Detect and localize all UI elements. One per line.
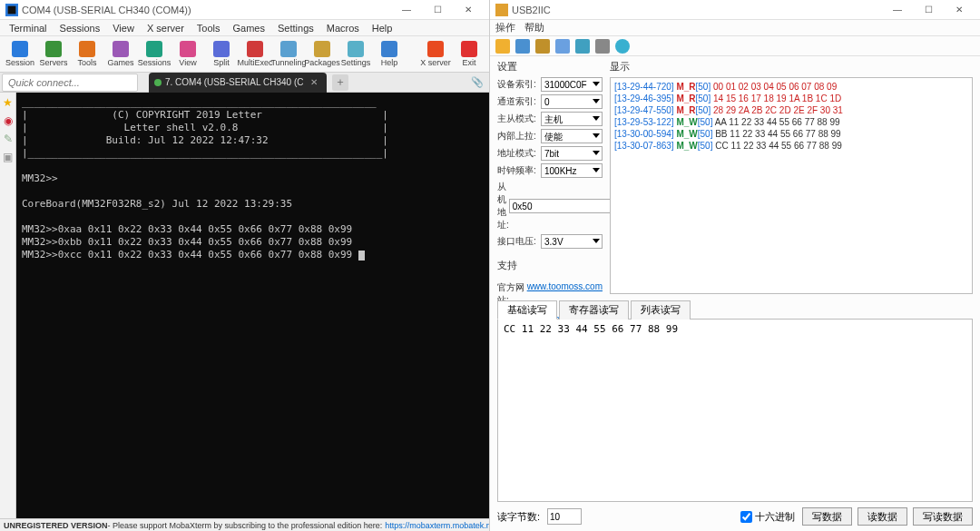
moba-minimize[interactable]: — [391, 0, 422, 20]
open-icon[interactable] [495, 39, 510, 54]
setting-label: 主从模式: [497, 113, 541, 125]
tab-status-dot [154, 79, 162, 86]
new-tab-button[interactable]: ＋ [332, 74, 348, 91]
usb2iic-window: USB2IIC — ☐ ✕ 操作帮助 设置 设备索引:31000C0F通道索引:… [490, 0, 980, 531]
svg-rect-2 [495, 4, 508, 16]
tab-label: 7. COM4 (USB-SERIAL CH340 (C [165, 77, 303, 87]
action-button[interactable]: 写读数据 [913, 507, 973, 526]
setting-row: 内部上拉:使能 [497, 129, 603, 143]
menu-tools[interactable]: Tools [191, 22, 226, 34]
moba-app-icon [5, 4, 18, 16]
tbtn-servers[interactable]: Servers [37, 38, 70, 71]
rw-tab[interactable]: 寄存器读写 [559, 300, 629, 320]
hex-checkbox[interactable] [740, 511, 752, 523]
menu-games[interactable]: Games [228, 22, 270, 34]
doc-icon[interactable] [595, 39, 610, 54]
usb-title: USB2IIC [512, 5, 882, 15]
help-icon [381, 41, 397, 57]
bytes-label: 读字节数: [497, 510, 540, 524]
menu-macros[interactable]: Macros [321, 22, 365, 34]
tbtn-exit[interactable]: Exit [453, 38, 485, 71]
usb-close[interactable]: ✕ [944, 0, 975, 20]
tbtn-packages[interactable]: Packages [306, 38, 338, 71]
usb-minimize[interactable]: — [882, 0, 913, 20]
usb-maximize[interactable]: ☐ [913, 0, 944, 20]
x server-icon [427, 41, 444, 57]
menu-settings[interactable]: Settings [272, 22, 319, 34]
usb-menu-item[interactable]: 帮助 [524, 21, 544, 34]
log-line: [13-29-47-550] M_R[50] 28 29 2A 2B 2C 2D… [614, 104, 968, 116]
tbtn-session[interactable]: Session [4, 38, 36, 71]
tbtn-tunneling[interactable]: Tunneling [272, 38, 305, 71]
log-line: [13-29-44-720] M_R[50] 00 01 02 03 04 05… [614, 81, 968, 93]
menu-help[interactable]: Help [367, 22, 398, 34]
menu-x-server[interactable]: X server [142, 22, 190, 34]
split-icon [213, 41, 230, 57]
tbtn-games[interactable]: Games [104, 38, 137, 71]
tbtn-split[interactable]: Split [205, 38, 238, 71]
tab-close-icon[interactable]: ✕ [310, 77, 318, 87]
data-box[interactable]: CC 11 22 33 44 55 66 77 88 99 [497, 320, 973, 502]
setting-input[interactable]: 3.3V [541, 234, 603, 249]
setting-row: 接口电压:3.3V [497, 234, 603, 249]
bytes-input[interactable] [547, 508, 582, 525]
action-button[interactable]: 写数据 [802, 507, 852, 526]
settings-group-label: 设置 [497, 60, 603, 74]
setting-input[interactable]: 主机 [541, 112, 603, 126]
terminal-output[interactable]: ________________________________________… [16, 93, 489, 518]
refresh-icon[interactable] [575, 39, 590, 54]
tbtn-sessions[interactable]: Sessions [138, 38, 171, 71]
setting-row: 设备索引:31000C0F [497, 77, 603, 92]
tbtn-tools[interactable]: Tools [71, 38, 103, 71]
rw-tab[interactable]: 基础读写 [497, 300, 557, 320]
tool-icon[interactable]: ✎ [2, 133, 15, 145]
settings-icon [348, 41, 364, 57]
setting-input[interactable]: 0 [541, 94, 603, 109]
setting-label: 地址模式: [497, 147, 541, 160]
bottom-row: 读字节数: 十六进制 写数据读数据写读数据 [497, 507, 973, 526]
quick-connect-input[interactable] [2, 74, 138, 92]
exit-icon [461, 41, 477, 57]
tbtn-settings[interactable]: Settings [339, 38, 372, 71]
macro-icon[interactable]: ▣ [2, 151, 15, 163]
help-icon[interactable] [615, 39, 630, 54]
menu-sessions[interactable]: Sessions [54, 22, 106, 34]
setting-input[interactable]: 使能 [541, 129, 603, 143]
footer-unreg: UNREGISTERED VERSION [4, 521, 108, 530]
log-box[interactable]: [13-29-44-720] M_R[50] 00 01 02 03 04 05… [610, 77, 973, 294]
footer-link[interactable]: https://mobaxterm.mobatek.net [385, 521, 489, 530]
find-icon[interactable] [555, 39, 570, 54]
menu-terminal[interactable]: Terminal [4, 22, 53, 34]
brush-icon[interactable] [535, 39, 550, 54]
tools-icon [79, 41, 95, 57]
tbtn-help[interactable]: Help [373, 38, 406, 71]
setting-row: 地址模式:7bit [497, 146, 603, 161]
tbtn-view[interactable]: View [172, 38, 204, 71]
settings-panel: 设置 设备索引:31000C0F通道索引:0主从模式:主机内部上拉:使能地址模式… [497, 60, 603, 294]
setting-row: 主从模式:主机 [497, 112, 603, 126]
hex-checkbox-label[interactable]: 十六进制 [740, 510, 795, 524]
setting-input[interactable]: 31000C0F [541, 77, 603, 92]
globe-icon[interactable]: ◉ [2, 114, 15, 127]
action-button[interactable]: 读数据 [858, 507, 907, 526]
rw-tab[interactable]: 列表读写 [631, 300, 691, 320]
save-icon[interactable] [515, 39, 530, 54]
star-icon[interactable]: ★ [2, 96, 15, 109]
setting-input[interactable]: 7bit [541, 146, 603, 161]
support-group-label: 支持 [497, 259, 603, 272]
footer-text: - Please support MobaXterm by subscribin… [108, 521, 383, 530]
log-line: [13-29-53-122] M_W[50] AA 11 22 33 44 55… [614, 116, 968, 128]
terminal-tab[interactable]: 7. COM4 (USB-SERIAL CH340 (C ✕ [149, 73, 327, 93]
side-icon-strip: ★ ◉ ✎ ▣ [0, 93, 16, 518]
tbtn-x server[interactable]: X server [419, 38, 452, 71]
moba-close[interactable]: ✕ [453, 0, 484, 20]
moba-maximize[interactable]: ☐ [422, 0, 453, 20]
display-group-label: 显示 [610, 60, 973, 74]
setting-row: 通道索引:0 [497, 94, 603, 109]
usb-app-icon [495, 4, 508, 16]
setting-input[interactable]: 100KHz [541, 163, 603, 178]
tbtn-multiexec[interactable]: MultiExec [239, 38, 271, 71]
usb-menu-item[interactable]: 操作 [495, 21, 515, 34]
menu-view[interactable]: View [107, 22, 140, 34]
paperclip-icon[interactable]: 📎 [471, 76, 484, 88]
